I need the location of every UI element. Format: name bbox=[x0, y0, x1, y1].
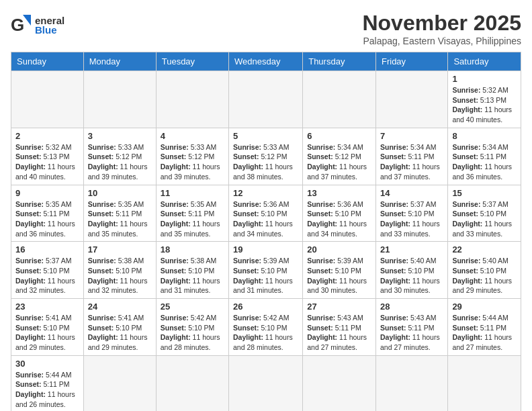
day-info: Sunrise: 5:40 AMSunset: 5:10 PMDaylight:… bbox=[452, 256, 517, 295]
header-friday: Friday bbox=[375, 52, 447, 71]
day-number: 7 bbox=[380, 131, 443, 141]
day-info: Sunrise: 5:41 AMSunset: 5:10 PMDaylight:… bbox=[15, 313, 79, 353]
day-info: Sunrise: 5:37 AMSunset: 5:10 PMDaylight:… bbox=[15, 256, 79, 295]
day-number: 1 bbox=[452, 74, 517, 84]
day-info: Sunrise: 5:39 AMSunset: 5:10 PMDaylight:… bbox=[307, 256, 371, 295]
calendar-header-row: Sunday Monday Tuesday Wednesday Thursday… bbox=[11, 52, 521, 71]
calendar-week-row: 2Sunrise: 5:32 AMSunset: 5:13 PMDaylight… bbox=[11, 128, 521, 185]
day-info: Sunrise: 5:34 AMSunset: 5:11 PMDaylight:… bbox=[380, 142, 443, 182]
table-row: 7Sunrise: 5:34 AMSunset: 5:11 PMDaylight… bbox=[375, 128, 447, 185]
table-row bbox=[156, 71, 228, 128]
table-row: 29Sunrise: 5:44 AMSunset: 5:11 PMDayligh… bbox=[448, 299, 521, 356]
table-row: 2Sunrise: 5:32 AMSunset: 5:13 PMDaylight… bbox=[11, 128, 84, 185]
table-row bbox=[83, 355, 156, 411]
day-info: Sunrise: 5:33 AMSunset: 5:12 PMDaylight:… bbox=[161, 142, 224, 182]
table-row: 9Sunrise: 5:35 AMSunset: 5:11 PMDaylight… bbox=[11, 185, 84, 242]
header-sunday: Sunday bbox=[11, 52, 84, 71]
table-row: 21Sunrise: 5:40 AMSunset: 5:10 PMDayligh… bbox=[375, 242, 447, 299]
table-row: 24Sunrise: 5:41 AMSunset: 5:10 PMDayligh… bbox=[83, 299, 156, 356]
table-row: 20Sunrise: 5:39 AMSunset: 5:10 PMDayligh… bbox=[303, 242, 376, 299]
table-row: 4Sunrise: 5:33 AMSunset: 5:12 PMDaylight… bbox=[156, 128, 228, 185]
day-number: 23 bbox=[15, 302, 79, 312]
day-info: Sunrise: 5:32 AMSunset: 5:13 PMDaylight:… bbox=[452, 85, 517, 125]
svg-text:G: G bbox=[11, 15, 24, 35]
table-row: 19Sunrise: 5:39 AMSunset: 5:10 PMDayligh… bbox=[229, 242, 303, 299]
table-row: 13Sunrise: 5:36 AMSunset: 5:10 PMDayligh… bbox=[303, 185, 376, 242]
table-row: 26Sunrise: 5:42 AMSunset: 5:10 PMDayligh… bbox=[229, 299, 303, 356]
logo-svg: G bbox=[11, 13, 32, 38]
header-saturday: Saturday bbox=[448, 52, 521, 71]
calendar-week-row: 16Sunrise: 5:37 AMSunset: 5:10 PMDayligh… bbox=[11, 242, 521, 299]
table-row bbox=[303, 71, 376, 128]
table-row: 3Sunrise: 5:33 AMSunset: 5:12 PMDaylight… bbox=[83, 128, 156, 185]
table-row: 27Sunrise: 5:43 AMSunset: 5:11 PMDayligh… bbox=[303, 299, 376, 356]
page-header: G eneral Blue November 2025 Palapag, Eas… bbox=[11, 11, 521, 46]
day-number: 26 bbox=[233, 302, 298, 312]
title-section: November 2025 Palapag, Eastern Visayas, … bbox=[362, 11, 521, 46]
day-info: Sunrise: 5:44 AMSunset: 5:11 PMDaylight:… bbox=[452, 313, 517, 353]
day-info: Sunrise: 5:34 AMSunset: 5:12 PMDaylight:… bbox=[307, 142, 371, 182]
day-number: 21 bbox=[380, 244, 443, 255]
calendar-week-row: 30Sunrise: 5:44 AMSunset: 5:11 PMDayligh… bbox=[11, 355, 521, 411]
table-row: 1Sunrise: 5:32 AMSunset: 5:13 PMDaylight… bbox=[448, 71, 521, 128]
day-number: 6 bbox=[307, 131, 371, 141]
logo-container: G eneral Blue bbox=[11, 13, 64, 38]
table-row: 25Sunrise: 5:42 AMSunset: 5:10 PMDayligh… bbox=[156, 299, 228, 356]
day-number: 4 bbox=[161, 131, 224, 141]
day-info: Sunrise: 5:42 AMSunset: 5:10 PMDaylight:… bbox=[161, 313, 224, 353]
calendar-week-row: 9Sunrise: 5:35 AMSunset: 5:11 PMDaylight… bbox=[11, 185, 521, 242]
day-info: Sunrise: 5:43 AMSunset: 5:11 PMDaylight:… bbox=[307, 313, 371, 353]
day-info: Sunrise: 5:35 AMSunset: 5:11 PMDaylight:… bbox=[161, 199, 224, 239]
day-number: 2 bbox=[15, 131, 79, 141]
day-info: Sunrise: 5:44 AMSunset: 5:11 PMDaylight:… bbox=[15, 370, 79, 410]
day-number: 22 bbox=[452, 244, 517, 255]
table-row bbox=[303, 355, 376, 411]
logo-blue: Blue bbox=[35, 25, 64, 36]
table-row: 14Sunrise: 5:37 AMSunset: 5:10 PMDayligh… bbox=[375, 185, 447, 242]
header-tuesday: Tuesday bbox=[156, 52, 228, 71]
table-row bbox=[83, 71, 156, 128]
day-info: Sunrise: 5:36 AMSunset: 5:10 PMDaylight:… bbox=[233, 199, 298, 239]
location-subtitle: Palapag, Eastern Visayas, Philippines bbox=[362, 36, 521, 46]
day-number: 29 bbox=[452, 302, 517, 312]
table-row: 23Sunrise: 5:41 AMSunset: 5:10 PMDayligh… bbox=[11, 299, 84, 356]
day-number: 3 bbox=[88, 131, 152, 141]
day-info: Sunrise: 5:35 AMSunset: 5:11 PMDaylight:… bbox=[88, 199, 152, 239]
table-row: 5Sunrise: 5:33 AMSunset: 5:12 PMDaylight… bbox=[229, 128, 303, 185]
day-number: 19 bbox=[233, 244, 298, 255]
table-row: 18Sunrise: 5:38 AMSunset: 5:10 PMDayligh… bbox=[156, 242, 228, 299]
day-number: 5 bbox=[233, 131, 298, 141]
header-monday: Monday bbox=[83, 52, 156, 71]
day-info: Sunrise: 5:41 AMSunset: 5:10 PMDaylight:… bbox=[88, 313, 152, 353]
day-info: Sunrise: 5:38 AMSunset: 5:10 PMDaylight:… bbox=[88, 256, 152, 295]
day-number: 12 bbox=[233, 188, 298, 198]
logo: G eneral Blue bbox=[11, 13, 64, 38]
day-info: Sunrise: 5:33 AMSunset: 5:12 PMDaylight:… bbox=[233, 142, 298, 182]
day-number: 28 bbox=[380, 302, 443, 312]
table-row: 11Sunrise: 5:35 AMSunset: 5:11 PMDayligh… bbox=[156, 185, 228, 242]
header-thursday: Thursday bbox=[303, 52, 376, 71]
day-number: 10 bbox=[88, 188, 152, 198]
calendar-week-row: 1Sunrise: 5:32 AMSunset: 5:13 PMDaylight… bbox=[11, 71, 521, 128]
day-number: 18 bbox=[161, 244, 224, 255]
table-row bbox=[229, 355, 303, 411]
day-info: Sunrise: 5:33 AMSunset: 5:12 PMDaylight:… bbox=[88, 142, 152, 182]
day-info: Sunrise: 5:37 AMSunset: 5:10 PMDaylight:… bbox=[380, 199, 443, 239]
table-row: 17Sunrise: 5:38 AMSunset: 5:10 PMDayligh… bbox=[83, 242, 156, 299]
table-row: 10Sunrise: 5:35 AMSunset: 5:11 PMDayligh… bbox=[83, 185, 156, 242]
day-number: 11 bbox=[161, 188, 224, 198]
day-number: 27 bbox=[307, 302, 371, 312]
table-row: 6Sunrise: 5:34 AMSunset: 5:12 PMDaylight… bbox=[303, 128, 376, 185]
day-info: Sunrise: 5:37 AMSunset: 5:10 PMDaylight:… bbox=[452, 199, 517, 239]
day-info: Sunrise: 5:34 AMSunset: 5:11 PMDaylight:… bbox=[452, 142, 517, 182]
calendar-table: Sunday Monday Tuesday Wednesday Thursday… bbox=[11, 52, 521, 411]
day-info: Sunrise: 5:40 AMSunset: 5:10 PMDaylight:… bbox=[380, 256, 443, 295]
day-number: 16 bbox=[15, 244, 79, 255]
day-info: Sunrise: 5:43 AMSunset: 5:11 PMDaylight:… bbox=[380, 313, 443, 353]
day-info: Sunrise: 5:39 AMSunset: 5:10 PMDaylight:… bbox=[233, 256, 298, 295]
table-row: 15Sunrise: 5:37 AMSunset: 5:10 PMDayligh… bbox=[448, 185, 521, 242]
table-row bbox=[156, 355, 228, 411]
day-number: 15 bbox=[452, 188, 517, 198]
day-number: 17 bbox=[88, 244, 152, 255]
day-info: Sunrise: 5:35 AMSunset: 5:11 PMDaylight:… bbox=[15, 199, 79, 239]
